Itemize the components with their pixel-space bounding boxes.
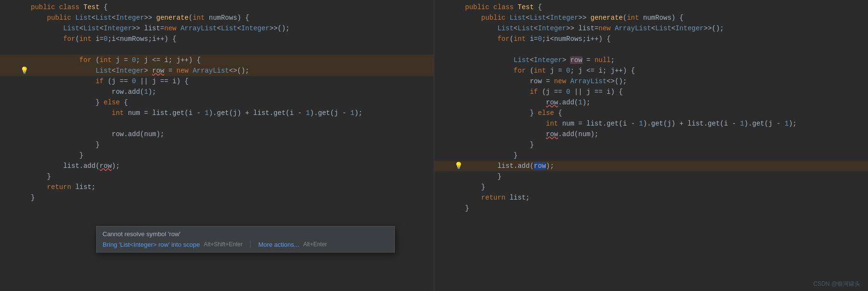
code-line: row.add(1); [434, 97, 868, 108]
code-content: } else { [29, 97, 128, 108]
code-content [463, 44, 469, 55]
left-code-area: public class Test { public List<List<Int… [0, 0, 434, 205]
separator: | [248, 240, 252, 248]
code-line: } [434, 203, 868, 214]
code-content: row.add(1); [29, 87, 156, 97]
right-code-area: public class Test { public List<List<Int… [434, 0, 868, 215]
more-actions-link[interactable]: More actions... [258, 241, 299, 248]
code-line: int num = list.get(i - 1).get(j) + list.… [434, 118, 868, 129]
code-line: 💡 List<Integer> row = new ArrayList<>(); [0, 65, 434, 76]
code-line: row.add(num); [434, 129, 868, 139]
code-content: } [29, 171, 51, 182]
code-content: row.add(num); [463, 129, 598, 139]
code-line: } [0, 192, 434, 203]
code-content: row = new ArrayList<>(); [463, 76, 627, 87]
code-content: public class Test { [463, 2, 542, 13]
code-line: public class Test { [434, 2, 868, 13]
code-content: List<Integer> row = null; [463, 55, 615, 65]
watermark: CSDN @银河罐头 [813, 280, 860, 288]
code-content: for(int i=0;i<numRows;i++) { [29, 34, 177, 44]
code-line: if (j == 0 || j == i) { [0, 76, 434, 87]
bring-into-scope-link[interactable]: Bring 'List<Integer> row' into scope [103, 241, 200, 248]
code-line: return list; [434, 192, 868, 203]
code-content: if (j == 0 || j == i) { [29, 76, 189, 87]
code-line: if (j == 0 || j == i) { [434, 87, 868, 97]
code-line: } [434, 150, 868, 161]
code-line: row.add(1); [0, 87, 434, 97]
tooltip-popup: Cannot resolve symbol 'row' Bring 'List<… [96, 226, 395, 253]
code-line: List<List<Integer>> list=new ArrayList<L… [0, 23, 434, 34]
code-content: } [29, 192, 35, 203]
code-line [0, 44, 434, 55]
code-line: List<Integer> row = null; [434, 55, 868, 65]
code-content: } [29, 150, 83, 161]
code-content: List<List<Integer>> list=new ArrayList<L… [463, 23, 724, 34]
code-line: 💡 list.add(row); [434, 161, 868, 171]
code-content: return list; [29, 182, 95, 192]
code-line: public List<List<Integer>> generate(int … [0, 13, 434, 23]
left-editor-panel: public class Test { public List<List<Int… [0, 0, 434, 291]
code-content: List<List<Integer>> list=new ArrayList<L… [29, 23, 290, 34]
bulb-icon: 💡 [454, 161, 463, 171]
bulb-icon: 💡 [20, 65, 28, 76]
code-content: int num = list.get(i - 1).get(j) + list.… [29, 108, 363, 118]
code-content: List<Integer> row = new ArrayList<>(); [29, 65, 249, 76]
code-line: } [0, 150, 434, 161]
code-content: row.add(1); [463, 97, 590, 108]
code-line: int num = list.get(i - 1).get(j) + list.… [0, 108, 434, 118]
code-content: list.add(row); [463, 161, 554, 171]
code-line: for(int i=0;i<numRows;i++) { [0, 34, 434, 44]
code-content: } [463, 203, 469, 214]
code-content: } [463, 171, 502, 182]
code-content: for(int i=0;i<numRows;i++) { [463, 34, 611, 44]
code-content [29, 118, 35, 129]
code-content: } [463, 182, 485, 192]
gutter-icon: 💡 [453, 161, 463, 171]
code-content: int num = list.get(i - 1).get(j) + list.… [463, 118, 797, 129]
code-content: } [463, 139, 534, 150]
code-content: } else { [463, 108, 562, 118]
main-container: public class Test { public List<List<Int… [0, 0, 868, 291]
code-line: } [434, 171, 868, 182]
action-shortcut: Alt+Shift+Enter [204, 241, 243, 248]
code-content: list.add(row); [29, 161, 120, 171]
code-line: public List<List<Integer>> generate(int … [434, 13, 868, 23]
code-line: row.add(num); [0, 129, 434, 139]
code-line: return list; [0, 182, 434, 192]
code-line [434, 44, 868, 55]
code-content: public class Test { [29, 2, 108, 13]
code-content: for (int j = 0; j <= i; j++) { [463, 65, 635, 76]
more-shortcut: Alt+Enter [303, 241, 327, 248]
code-line: } [434, 139, 868, 150]
code-line: for (int j = 0; j <= i; j++) { [434, 65, 868, 76]
code-line: } [434, 182, 868, 192]
tooltip-action-row: Bring 'List<Integer> row' into scope Alt… [103, 240, 389, 248]
code-content: row.add(num); [29, 129, 164, 139]
code-content: return list; [463, 192, 530, 203]
code-line: } [0, 171, 434, 182]
tooltip-error-text: Cannot resolve symbol 'row' [103, 230, 389, 238]
code-line: for(int i=0;i<numRows;i++) { [434, 34, 868, 44]
gutter-icon: 💡 [19, 65, 29, 76]
code-line: } else { [434, 108, 868, 118]
code-content: } [463, 150, 518, 161]
right-editor-panel: public class Test { public List<List<Int… [434, 0, 868, 291]
code-content [29, 44, 35, 55]
code-line: row = new ArrayList<>(); [434, 76, 868, 87]
code-content: for (int j = 0; j <= i; j++) { [29, 55, 201, 65]
code-line: list.add(row); [0, 161, 434, 171]
code-content: } [29, 139, 100, 150]
code-content: public List<List<Integer>> generate(int … [29, 13, 249, 23]
code-line: } [0, 139, 434, 150]
code-line: List<List<Integer>> list=new ArrayList<L… [434, 23, 868, 34]
code-content: public List<List<Integer>> generate(int … [463, 13, 684, 23]
code-line [0, 118, 434, 129]
code-line: for (int j = 0; j <= i; j++) { [0, 55, 434, 65]
code-line: } else { [0, 97, 434, 108]
code-content: if (j == 0 || j == i) { [463, 87, 623, 97]
code-line: public class Test { [0, 2, 434, 13]
